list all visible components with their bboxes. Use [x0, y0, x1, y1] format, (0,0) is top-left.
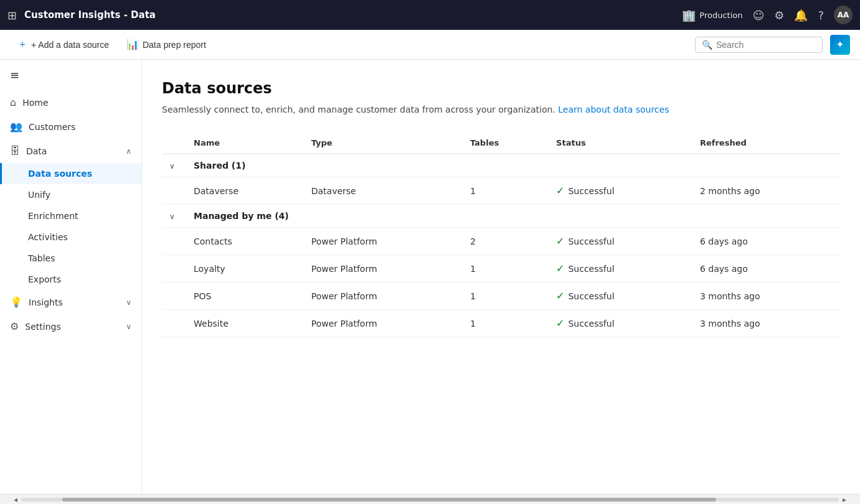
- sidebar-section-insights[interactable]: 💡 Insights ∨: [0, 290, 141, 314]
- col-tables-header: Tables: [463, 132, 549, 154]
- horizontal-scrollbar: ◂ ▸: [0, 494, 860, 504]
- add-datasource-label: + Add a data source: [31, 40, 109, 50]
- data-chevron-up-icon: ∧: [126, 147, 131, 156]
- sidebar-item-enrichment[interactable]: Enrichment: [0, 205, 141, 226]
- sidebar-item-home[interactable]: ⌂ Home: [0, 90, 141, 114]
- customers-icon: 👥: [10, 121, 22, 133]
- sidebar-unify-label: Unify: [28, 190, 50, 200]
- status-check-icon: ✓: [556, 317, 564, 329]
- sidebar-toggle[interactable]: ≡: [0, 60, 141, 90]
- sidebar-section-data[interactable]: 🗄 Data ∧: [0, 139, 141, 163]
- scrollbar-track[interactable]: [21, 498, 839, 502]
- group-row-1[interactable]: ∨ Managed by me (4): [162, 205, 840, 228]
- row-tables-1-3: 1: [463, 310, 549, 337]
- sidebar-item-tables[interactable]: Tables: [0, 248, 141, 269]
- group-collapse-btn-1[interactable]: ∨: [169, 212, 179, 221]
- row-refreshed-1-2: 3 months ago: [692, 282, 840, 310]
- page-description: Seamlessly connect to, enrich, and manag…: [162, 105, 840, 114]
- settings-icon[interactable]: ⚙: [774, 9, 784, 22]
- data-prep-label: Data prep report: [143, 40, 206, 50]
- content-area: Data sources Seamlessly connect to, enri…: [142, 60, 860, 494]
- status-check-icon: ✓: [556, 263, 564, 274]
- col-status-header: Status: [549, 132, 692, 154]
- col-name-header: Name: [186, 132, 304, 154]
- search-input[interactable]: [716, 40, 816, 50]
- row-status-1-0: ✓ Successful: [549, 228, 692, 255]
- row-type-1-0: Power Platform: [304, 228, 463, 255]
- sidebar-item-data-sources[interactable]: Data sources: [0, 163, 141, 184]
- sidebar-section-data-left: 🗄 Data: [10, 145, 47, 157]
- sidebar-data-label: Data: [26, 146, 47, 156]
- smiley-icon[interactable]: ☺: [753, 9, 765, 22]
- status-check-icon: ✓: [556, 290, 564, 302]
- row-name-1-1[interactable]: Loyalty: [186, 255, 304, 282]
- sidebar-item-exports[interactable]: Exports: [0, 269, 141, 290]
- sidebar-section-settings-left: ⚙ Settings: [10, 320, 61, 332]
- table-header: Name Type Tables Status Refreshed: [162, 132, 840, 154]
- row-type-0-0: Dataverse: [304, 177, 463, 205]
- group-collapse-btn-0[interactable]: ∨: [169, 162, 179, 170]
- col-type-header: Type: [304, 132, 463, 154]
- sidebar-activities-label: Activities: [28, 232, 68, 242]
- home-icon: ⌂: [10, 96, 16, 108]
- settings-chevron-down-icon: ∨: [126, 322, 131, 331]
- row-refreshed-1-1: 6 days ago: [692, 255, 840, 282]
- insights-chevron-down-icon: ∨: [126, 298, 131, 307]
- row-name-1-0[interactable]: Contacts: [186, 228, 304, 255]
- environment-label: Production: [699, 11, 742, 20]
- group-label-1: Managed by me (4): [186, 205, 840, 228]
- sidebar-insights-label: Insights: [29, 297, 63, 307]
- sidebar-item-customers[interactable]: 👥 Customers: [0, 114, 141, 139]
- app-title: Customer Insights - Data: [24, 9, 674, 21]
- search-icon: 🔍: [702, 40, 712, 50]
- sidebar-home-label: Home: [22, 98, 48, 108]
- main-layout: ≡ ⌂ Home 👥 Customers 🗄 Data ∧ Data sourc…: [0, 60, 860, 494]
- user-avatar[interactable]: AA: [834, 6, 853, 24]
- search-box[interactable]: 🔍: [695, 37, 823, 53]
- row-name-1-3[interactable]: Website: [186, 310, 304, 337]
- scrollbar-thumb[interactable]: [62, 498, 716, 502]
- status-check-icon: ✓: [556, 185, 564, 197]
- row-status-1-3: ✓ Successful: [549, 310, 692, 337]
- data-prep-button[interactable]: 📊 Data prep report: [119, 35, 214, 54]
- toolbar: ＋ + Add a data source 📊 Data prep report…: [0, 30, 860, 60]
- copilot-icon: ✦: [836, 39, 844, 50]
- sidebar-data-sources-label: Data sources: [28, 169, 92, 179]
- sidebar-customers-label: Customers: [29, 122, 75, 132]
- row-refreshed-1-3: 3 months ago: [692, 310, 840, 337]
- learn-more-link[interactable]: Learn about data sources: [558, 105, 669, 114]
- sidebar: ≡ ⌂ Home 👥 Customers 🗄 Data ∧ Data sourc…: [0, 60, 142, 494]
- topbar: ⊞ Customer Insights - Data 🏢 Production …: [0, 0, 860, 30]
- scroll-left-arrow[interactable]: ◂: [10, 495, 21, 504]
- settings-nav-icon: ⚙: [10, 320, 19, 332]
- row-status-text: Successful: [568, 319, 614, 329]
- row-status-1-2: ✓ Successful: [549, 282, 692, 310]
- grid-icon[interactable]: ⊞: [7, 9, 17, 22]
- scroll-right-arrow[interactable]: ▸: [839, 495, 850, 504]
- row-type-1-3: Power Platform: [304, 310, 463, 337]
- copilot-button[interactable]: ✦: [830, 35, 850, 55]
- group-row-0[interactable]: ∨ Shared (1): [162, 154, 840, 177]
- table-row: POS Power Platform 1 ✓ Successful 3 mont…: [162, 282, 840, 310]
- table-row: Loyalty Power Platform 1 ✓ Successful 6 …: [162, 255, 840, 282]
- add-datasource-button[interactable]: ＋ + Add a data source: [10, 34, 116, 55]
- row-type-1-1: Power Platform: [304, 255, 463, 282]
- sidebar-section-settings[interactable]: ⚙ Settings ∨: [0, 314, 141, 338]
- row-name-0-0[interactable]: Dataverse: [186, 177, 304, 205]
- help-icon[interactable]: ?: [818, 9, 824, 22]
- sidebar-exports-label: Exports: [28, 274, 61, 284]
- group-label-0: Shared (1): [186, 154, 840, 177]
- row-status-text: Successful: [568, 236, 614, 246]
- table-row: Contacts Power Platform 2 ✓ Successful 6…: [162, 228, 840, 255]
- bell-icon[interactable]: 🔔: [794, 9, 808, 22]
- sidebar-item-unify[interactable]: Unify: [0, 184, 141, 205]
- sidebar-item-activities[interactable]: Activities: [0, 226, 141, 248]
- page-title: Data sources: [162, 80, 840, 97]
- row-tables-1-2: 1: [463, 282, 549, 310]
- page-desc-text: Seamlessly connect to, enrich, and manag…: [162, 105, 555, 114]
- row-tables-1-1: 1: [463, 255, 549, 282]
- report-icon: 📊: [126, 39, 139, 50]
- row-name-1-2[interactable]: POS: [186, 282, 304, 310]
- row-type-1-2: Power Platform: [304, 282, 463, 310]
- environment-selector[interactable]: 🏢 Production: [682, 9, 742, 22]
